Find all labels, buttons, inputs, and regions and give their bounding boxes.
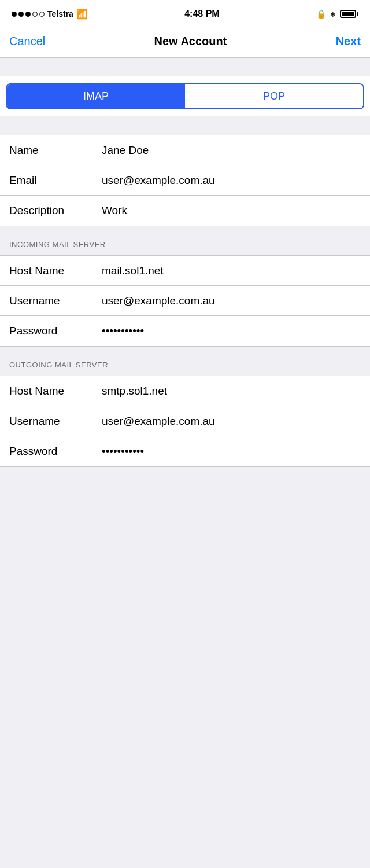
description-label: Description xyxy=(9,204,102,217)
outgoing-server-header: OUTGOING MAIL SERVER xyxy=(0,347,370,376)
segment-spacer xyxy=(0,116,370,135)
outgoing-password-label: Password xyxy=(9,445,102,458)
bottom-spacer xyxy=(0,467,370,490)
name-field[interactable] xyxy=(102,144,361,157)
outgoing-hostname-field[interactable] xyxy=(102,385,361,398)
incoming-hostname-row: Host Name xyxy=(0,256,370,286)
segment-control-wrapper: IMAP POP xyxy=(0,76,370,116)
outgoing-username-label: Username xyxy=(9,415,102,428)
protocol-segment-control: IMAP POP xyxy=(6,83,364,109)
lock-icon: 🔒 xyxy=(316,9,326,19)
incoming-hostname-label: Host Name xyxy=(9,264,102,277)
outgoing-hostname-label: Host Name xyxy=(9,385,102,398)
outgoing-username-field[interactable] xyxy=(102,415,361,428)
outgoing-hostname-row: Host Name xyxy=(0,376,370,406)
incoming-server-section: Host Name Username Password xyxy=(0,255,370,347)
outgoing-server-label: OUTGOING MAIL SERVER xyxy=(9,361,108,369)
outgoing-server-section: Host Name Username Password xyxy=(0,376,370,467)
outgoing-password-field[interactable] xyxy=(102,445,361,458)
name-row: Name xyxy=(0,135,370,165)
pop-segment-button[interactable]: POP xyxy=(185,84,363,108)
carrier-name: Telstra xyxy=(47,9,73,19)
wifi-icon: 📶 xyxy=(76,9,88,20)
incoming-username-field[interactable] xyxy=(102,295,361,307)
bluetooth-icon: ∗ xyxy=(330,9,336,19)
outgoing-username-row: Username xyxy=(0,406,370,436)
incoming-password-row: Password xyxy=(0,316,370,346)
cancel-button[interactable]: Cancel xyxy=(9,35,45,48)
status-bar: Telstra 📶 4:48 PM 🔒 ∗ xyxy=(0,0,370,25)
incoming-username-label: Username xyxy=(9,295,102,307)
status-time: 4:48 PM xyxy=(184,9,219,19)
next-button[interactable]: Next xyxy=(336,35,361,48)
email-label: Email xyxy=(9,174,102,187)
account-info-section: Name Email Description xyxy=(0,135,370,226)
nav-bar: Cancel New Account Next xyxy=(0,25,370,58)
description-row: Description xyxy=(0,196,370,226)
email-row: Email xyxy=(0,165,370,196)
incoming-server-header: INCOMING MAIL SERVER xyxy=(0,226,370,255)
page-title: New Account xyxy=(154,35,227,48)
name-label: Name xyxy=(9,144,102,157)
status-right: 🔒 ∗ xyxy=(316,9,358,19)
incoming-password-field[interactable] xyxy=(102,325,361,337)
incoming-username-row: Username xyxy=(0,286,370,316)
status-left: Telstra 📶 xyxy=(12,9,88,20)
description-field[interactable] xyxy=(102,204,361,217)
incoming-password-label: Password xyxy=(9,325,102,337)
incoming-server-label: INCOMING MAIL SERVER xyxy=(9,240,106,249)
battery-icon xyxy=(340,10,358,18)
top-spacer xyxy=(0,58,370,76)
email-field[interactable] xyxy=(102,174,361,187)
imap-segment-button[interactable]: IMAP xyxy=(7,84,185,108)
outgoing-password-row: Password xyxy=(0,436,370,466)
incoming-hostname-field[interactable] xyxy=(102,264,361,277)
signal-icon xyxy=(12,12,45,17)
